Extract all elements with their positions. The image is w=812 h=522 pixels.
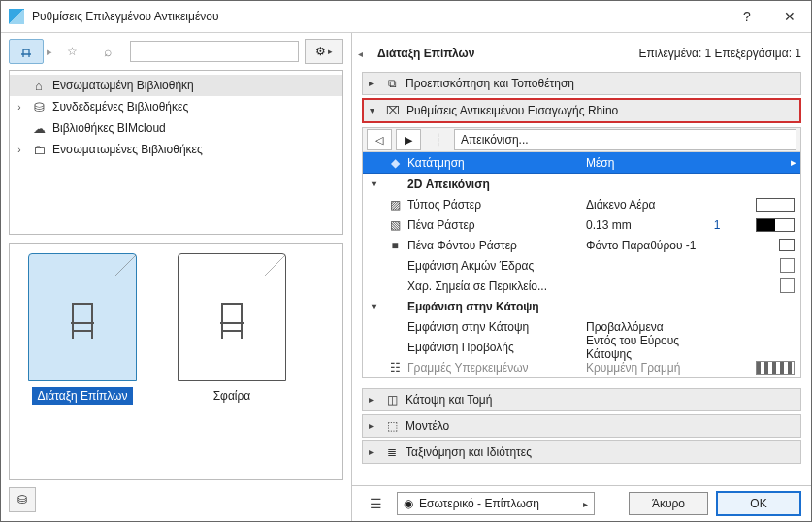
property-row[interactable]: Χαρ. Σημεία σε Περικλείο... xyxy=(363,276,800,296)
panel-icon: ⬚ xyxy=(384,419,400,433)
library-tree[interactable]: ⌂Ενσωματωμένη Βιβλιοθήκη›⛁Συνδεδεμένες Β… xyxy=(9,70,343,235)
panel-header[interactable]: ▾⌧Ρυθμίσεις Αντικειμένου Εισαγωγής Rhino xyxy=(362,98,801,123)
gear-icon: ⚙ xyxy=(315,45,326,58)
disclosure-icon: ▾ xyxy=(363,301,384,311)
pen-number: 1 xyxy=(698,218,736,232)
property-row[interactable]: ☷Γραμμές ΥπερκειμένωνΚρυμμένη Γραμμή xyxy=(363,357,800,377)
panel-header[interactable]: ▸⬚Μοντέλο xyxy=(362,414,801,438)
disclosure-icon: ▸ xyxy=(369,395,378,405)
disclosure-icon: ▸ xyxy=(369,79,378,88)
thumbnail-page xyxy=(28,253,137,381)
tree-row[interactable]: ›⛁Συνδεδεμένες Βιβλιοθήκες xyxy=(10,96,342,117)
folder-icon: ⛁ xyxy=(31,100,47,114)
layer-combo-label: Εσωτερικό - Επίπλωση xyxy=(419,497,539,510)
property-row[interactable]: ▨Τύπος ΡάστερΔιάκενο Αέρα xyxy=(363,194,800,214)
toolbar-split-icon: ┆ xyxy=(425,133,450,147)
tree-row[interactable]: ☁Βιβλιοθήκες BIMcloud xyxy=(10,117,342,139)
expand-icon: › xyxy=(14,102,25,113)
layers-icon[interactable]: ☰ xyxy=(362,493,389,514)
search-button[interactable]: ⌕ xyxy=(91,40,124,63)
library-toolbar: ▸ ☆ ⌕ ⚙ ▸ xyxy=(9,39,343,64)
panel-header[interactable]: ▸◫Κάτοψη και Τομή xyxy=(362,388,801,411)
disclosure-icon: ▾ xyxy=(370,106,379,115)
property-value: Κρυμμένη Γραμμή xyxy=(582,361,698,375)
panel-icon: ⌧ xyxy=(385,104,401,117)
checkbox[interactable] xyxy=(780,258,795,273)
library-manager-button[interactable]: ⛁ xyxy=(9,487,36,512)
app-icon xyxy=(9,9,24,24)
row-icon: ▧ xyxy=(384,218,406,232)
property-key: Εμφάνιση Ακμών Έδρας xyxy=(406,259,582,273)
mesh-icon: ◆ xyxy=(384,156,406,170)
tree-label: Συνδεδεμένες Βιβλιοθήκες xyxy=(52,100,188,114)
disclosure-icon: ▸ xyxy=(369,447,378,457)
dialog-footer: ☰ ◉ Εσωτερικό - Επίπλωση ▸ Άκυρο OK xyxy=(352,485,811,521)
swatch[interactable] xyxy=(756,198,795,212)
panel-icon: ≣ xyxy=(384,445,400,459)
panel-icon: ⧉ xyxy=(384,77,400,90)
folder-icon: ☁ xyxy=(31,121,47,136)
filter-placed-button[interactable] xyxy=(9,39,44,64)
history-back-button[interactable]: ◁ xyxy=(367,129,392,150)
left-footer: ⛁ xyxy=(9,486,343,513)
property-row[interactable]: ▾2D Απεικόνιση xyxy=(363,174,800,194)
checkbox[interactable] xyxy=(780,278,795,293)
library-pane: ▸ ☆ ⌕ ⚙ ▸ ⌂Ενσωματωμένη Βιβλιοθήκη›⛁Συνδ… xyxy=(1,33,352,521)
panel-header[interactable]: ▸≣Ταξινόμηση και Ιδιότητες xyxy=(362,440,801,464)
history-forward-button[interactable]: ▶ xyxy=(396,129,421,150)
view-dropdown[interactable]: Απεικόνιση... xyxy=(454,129,796,150)
view-dropdown-label: Απεικόνιση... xyxy=(461,133,529,147)
property-row[interactable]: Εμφάνιση ΠροβολήςΕντός του Εύρους Κάτοψη… xyxy=(363,337,800,357)
line-style-swatch[interactable] xyxy=(756,361,795,375)
property-row[interactable]: Εμφάνιση Ακμών Έδρας xyxy=(363,255,800,276)
favorites-button[interactable]: ☆ xyxy=(54,39,89,64)
cancel-button[interactable]: Άκυρο xyxy=(629,492,708,515)
collapse-left-icon[interactable]: ◂ xyxy=(358,49,370,59)
property-row[interactable]: ▾Εμφάνιση στην Κάτοψη xyxy=(363,296,800,316)
star-icon: ☆ xyxy=(67,45,78,58)
expand-right-icon[interactable]: ▸ xyxy=(775,156,800,169)
dialog-window: Ρυθμίσεις Επιλεγμένου Αντικειμένου ? ✕ ▸… xyxy=(0,0,812,522)
search-input[interactable] xyxy=(130,41,299,62)
property-key: Γραμμές Υπερκειμένων xyxy=(406,361,582,375)
property-key: Τύπος Ράστερ xyxy=(406,198,582,212)
tree-row[interactable]: ›🗀Ενσωματωμένες Βιβλιοθήκες xyxy=(10,139,342,160)
tree-label: Ενσωματωμένες Βιβλιοθήκες xyxy=(52,143,203,156)
property-value: Εντός του Εύρους Κάτοψης xyxy=(582,334,698,361)
property-value: Φόντο Παραθύρου -1 xyxy=(582,239,698,252)
screen-icon[interactable] xyxy=(779,239,795,251)
options-button[interactable]: ⚙ ▸ xyxy=(305,39,343,64)
ok-button[interactable]: OK xyxy=(716,491,801,516)
panel-label: Μοντέλο xyxy=(406,419,795,433)
property-grid: ◁ ▶ ┆ Απεικόνιση... ◆ Κατάτμηση Μέση ▸ ▾… xyxy=(362,127,801,378)
segmentation-value: Μέση xyxy=(582,156,775,170)
search-field-wrap xyxy=(130,41,299,62)
selection-status: Επιλεγμένα: 1 Επεξεργάσιμα: 1 xyxy=(638,47,801,60)
toolbar-separator: ▸ xyxy=(46,46,52,58)
property-key: Εμφάνιση Προβολής xyxy=(406,341,582,354)
swatch[interactable] xyxy=(756,218,795,232)
segmentation-header[interactable]: ◆ Κατάτμηση Μέση ▸ xyxy=(363,152,800,174)
preview-grid: Διάταξη ΕπίπλωνΣφαίρα xyxy=(9,243,343,480)
panel-label: Προεπισκόπηση και Τοποθέτηση xyxy=(406,77,795,90)
tree-row[interactable]: ⌂Ενσωματωμένη Βιβλιοθήκη xyxy=(10,75,342,96)
disclosure-icon: ▸ xyxy=(369,421,378,431)
property-key: Πένα Φόντου Ράστερ xyxy=(406,239,582,252)
folder-icon: 🗀 xyxy=(31,143,47,157)
property-key: Χαρ. Σημεία σε Περικλείο... xyxy=(406,279,582,293)
property-row[interactable]: ■Πένα Φόντου ΡάστερΦόντο Παραθύρου -1 xyxy=(363,235,800,255)
chair-icon xyxy=(209,288,255,346)
chair-icon xyxy=(59,288,106,346)
property-row[interactable]: ▧Πένα Ράστερ0.13 mm1 xyxy=(363,214,800,235)
library-icon: ⛁ xyxy=(17,493,27,506)
property-value: Προβαλλόμενα xyxy=(582,320,698,334)
title-bar: Ρυθμίσεις Επιλεγμένου Αντικειμένου ? ✕ xyxy=(1,1,811,33)
section-label: Εμφάνιση στην Κάτοψη xyxy=(406,300,800,313)
close-button[interactable]: ✕ xyxy=(768,1,811,32)
layer-combo[interactable]: ◉ Εσωτερικό - Επίπλωση ▸ xyxy=(397,492,595,515)
library-thumbnail[interactable]: Σφαίρα xyxy=(169,253,295,405)
library-thumbnail[interactable]: Διάταξη Επίπλων xyxy=(19,253,146,405)
help-button[interactable]: ? xyxy=(726,1,768,32)
thumbnail-label: Σφαίρα xyxy=(208,387,257,405)
panel-header[interactable]: ▸⧉Προεπισκόπηση και Τοποθέτηση xyxy=(362,72,801,95)
